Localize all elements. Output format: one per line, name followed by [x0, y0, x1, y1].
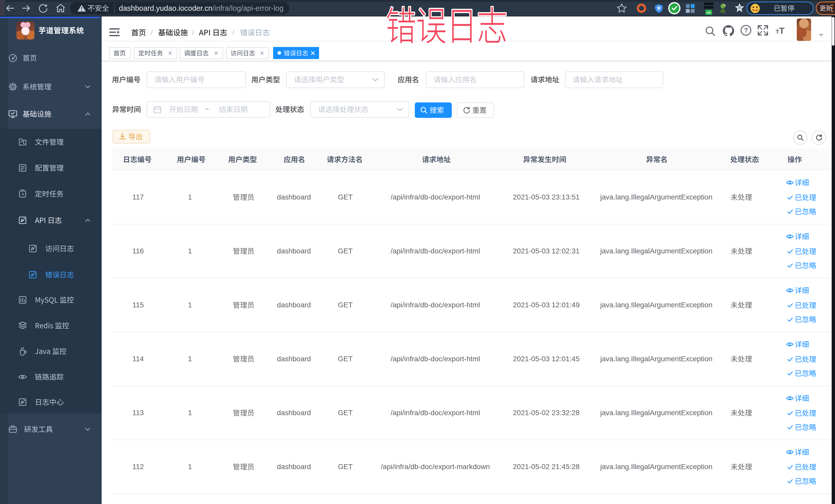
svg-text:on: on: [707, 11, 711, 14]
svg-text:?: ?: [744, 27, 748, 34]
